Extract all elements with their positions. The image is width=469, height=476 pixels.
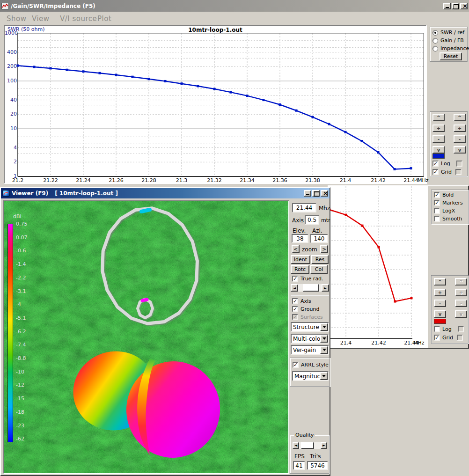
- dbi-tick: -15: [16, 395, 34, 402]
- red-x-axis-unit: MHz: [413, 340, 425, 346]
- colors-dropdown[interactable]: Multi-colo: [291, 334, 329, 344]
- axis-size-input[interactable]: 0.5: [305, 215, 319, 225]
- true-rad-checkbox[interactable]: [292, 276, 298, 282]
- y-tick: 40: [5, 97, 17, 103]
- zoom-in-button[interactable]: >: [320, 245, 328, 253]
- viewer-window: Viewer (F9) [ 10mtr-loop-1.out ]: [0, 187, 330, 476]
- magnitude-dropdown[interactable]: Magnituc: [292, 371, 329, 381]
- azimuth-label: Azi.: [312, 227, 322, 234]
- menu-show[interactable]: Show: [7, 15, 26, 23]
- scale-v-button[interactable]: v: [454, 146, 466, 154]
- scale-v-button[interactable]: v: [432, 146, 445, 154]
- red-x-tick: 21.42: [368, 340, 389, 346]
- structure-dropdown[interactable]: Structure: [291, 322, 329, 332]
- trace-color-swatch[interactable]: [432, 154, 445, 159]
- maximize-button[interactable]: [452, 3, 459, 9]
- dbi-gradient-bar: [7, 224, 13, 442]
- y-tick: 10: [5, 125, 17, 132]
- background-plot-window: 21.421.4221.44 MHz Bold Markers LogX Smo…: [328, 185, 469, 349]
- gain-swr-titlebar[interactable]: /Gain/SWR/Impedance (F5): [0, 0, 469, 12]
- axis-checkbox[interactable]: [292, 298, 298, 304]
- axis-size-label: Axis: [292, 217, 304, 224]
- menu-view[interactable]: View: [32, 15, 50, 23]
- minimize-button[interactable]: [443, 3, 451, 9]
- bold-checkbox[interactable]: [434, 192, 440, 198]
- tris-value: 5746: [307, 461, 328, 470]
- quality-slider[interactable]: ◄ ►: [293, 442, 327, 449]
- arrl-style-checkbox[interactable]: [293, 362, 299, 368]
- scale---button[interactable]: -: [432, 135, 445, 143]
- y-tick: 1000: [5, 30, 17, 36]
- elevation-input[interactable]: 38: [292, 234, 308, 243]
- window-title: /Gain/SWR/Impedance (F5): [11, 3, 95, 9]
- x-tick: 21.36: [270, 177, 290, 183]
- chevron-down-icon[interactable]: [320, 372, 328, 380]
- log-checkbox[interactable]: [432, 161, 439, 167]
- elevation-label: Elev.: [293, 227, 306, 234]
- dbi-tick: 0.75: [16, 221, 34, 227]
- azimuth-input[interactable]: 140: [310, 234, 328, 243]
- scale-+-button[interactable]: +: [454, 124, 466, 132]
- gain-fb-radio[interactable]: [432, 38, 438, 44]
- quality-left-arrow[interactable]: ◄: [293, 442, 299, 449]
- dbi-tick: -12: [16, 382, 34, 388]
- x-tick: 21.2: [7, 177, 28, 183]
- scale-+-button[interactable]: +: [434, 289, 446, 296]
- y-tick: 4: [5, 145, 17, 151]
- markers-checkbox[interactable]: [434, 200, 440, 206]
- dbi-tick: -6.2: [16, 329, 34, 335]
- impedance-radio[interactable]: [432, 46, 438, 51]
- close-button[interactable]: [460, 3, 468, 9]
- viewport-3d[interactable]: dBi 0.750.07-0.6-1.4-2.2-3.1-4-5.1-6.2-7…: [3, 200, 289, 474]
- radio-impedance[interactable]: Impedance: [432, 45, 469, 51]
- scale-^-button[interactable]: ^: [432, 114, 445, 121]
- scale-^-button[interactable]: ^: [434, 278, 446, 286]
- red-log-checkbox[interactable]: [434, 326, 440, 332]
- frequency-input[interactable]: 21.44: [292, 203, 316, 212]
- radio-swr-ref[interactable]: SWR / ref: [432, 29, 464, 36]
- dbi-tick: -8.8: [16, 355, 34, 361]
- chevron-down-icon[interactable]: [320, 323, 328, 331]
- viewer-titlebar[interactable]: Viewer (F9) [ 10mtr-loop-1.out ]: [1, 188, 330, 198]
- res-button[interactable]: Res: [311, 255, 329, 264]
- viewer-close-button[interactable]: [321, 190, 328, 197]
- red-grid-aux-checkbox: [457, 335, 463, 341]
- radio-gain-fb[interactable]: Gain / FB: [432, 37, 464, 44]
- reset-button[interactable]: Reset: [440, 52, 462, 60]
- dbi-scale-title: dBi: [13, 213, 22, 220]
- slider-right-arrow[interactable]: ►: [322, 284, 329, 292]
- chart-title: 10mtr-loop-1.out: [5, 27, 426, 33]
- gain-dropdown[interactable]: Ver-gain: [291, 345, 329, 355]
- scale-+-button[interactable]: +: [432, 124, 445, 132]
- rotation-slider[interactable]: ◄ ►: [291, 284, 329, 292]
- menu-v-i-source[interactable]: V/I source: [60, 15, 97, 23]
- quality-right-arrow[interactable]: ►: [321, 442, 327, 449]
- logx-checkbox[interactable]: [434, 208, 440, 214]
- viewer-maximize-button[interactable]: [312, 190, 320, 197]
- menu-plot[interactable]: Plot: [97, 15, 111, 23]
- scale---button[interactable]: -: [434, 300, 446, 307]
- viewer-3d-icon: [2, 190, 10, 197]
- zoom-out-button[interactable]: <: [292, 245, 300, 253]
- dbi-tick: -5.1: [16, 315, 34, 321]
- viewer-minimize-button[interactable]: [304, 190, 311, 197]
- chevron-down-icon[interactable]: [320, 335, 328, 343]
- grid-checkbox[interactable]: [432, 169, 439, 175]
- scale-^-button[interactable]: ^: [454, 114, 466, 121]
- slider-left-arrow[interactable]: ◄: [291, 284, 298, 292]
- red-trace-color-swatch[interactable]: [434, 319, 446, 324]
- rotc-button[interactable]: Rotc: [291, 265, 309, 274]
- swr-ref-radio[interactable]: [432, 30, 438, 36]
- red-scale-group: ^+-v ^+-v Log Grid: [431, 275, 469, 344]
- chevron-down-icon[interactable]: [320, 346, 328, 354]
- x-tick: 21.24: [73, 177, 94, 183]
- x-axis-unit: MHz: [418, 177, 429, 183]
- plot-type-group: SWR / ref Gain / FB Impedance Reset: [430, 27, 468, 62]
- ground-checkbox[interactable]: [292, 306, 298, 312]
- red-grid-checkbox[interactable]: [434, 335, 440, 341]
- scale---button[interactable]: -: [454, 135, 466, 143]
- smooth-checkbox[interactable]: [434, 216, 440, 222]
- col-button[interactable]: Col: [310, 265, 328, 274]
- scale-v-button[interactable]: v: [434, 310, 446, 318]
- ident-button[interactable]: Ident: [291, 255, 310, 264]
